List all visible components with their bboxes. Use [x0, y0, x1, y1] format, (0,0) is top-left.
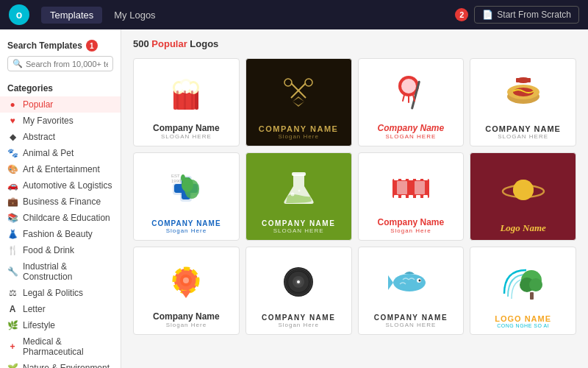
- cat-label-nature: Nature & Environment: [23, 363, 110, 368]
- cat-label-lifestyle: Lifestyle: [23, 320, 55, 330]
- logo-card-7[interactable]: Company Name Slogan Here: [358, 152, 465, 241]
- svg-rect-50: [409, 195, 413, 200]
- logo-slogan-6: SLOGAN HERE: [262, 227, 335, 234]
- childcare-icon: 📚: [7, 213, 18, 223]
- svg-rect-43: [394, 175, 398, 180]
- cat-label-abstract: Abstract: [23, 132, 55, 142]
- logo-card-5[interactable]: EST 1990 COMPANY NA: [133, 152, 240, 241]
- scratch-doc-icon: 📄: [482, 10, 493, 20]
- logo-card-1[interactable]: Company Name SLOGAN HERE: [133, 58, 240, 146]
- svg-rect-52: [423, 195, 428, 200]
- fish-svg: [388, 263, 434, 302]
- logo-card-6[interactable]: COMPANY NAME SLOGAN HERE: [245, 152, 352, 241]
- logo-text-12: LOGO NAME CONG NGHE SO AI: [495, 314, 551, 328]
- svg-rect-51: [416, 195, 420, 200]
- svg-rect-53: [397, 181, 407, 194]
- mop-svg: [392, 73, 429, 113]
- logo-name-7: Company Name: [378, 217, 445, 227]
- sidebar-item-business[interactable]: 💼 Business & Finance: [0, 194, 121, 210]
- logo-visual-10: [251, 255, 347, 311]
- search-area: Search Templates 1 🔍: [0, 37, 121, 77]
- sidebar-item-popular[interactable]: ● Popular: [0, 96, 121, 113]
- sidebar-item-nature[interactable]: 🌱 Nature & Environment: [0, 360, 121, 368]
- svg-point-8: [190, 83, 197, 92]
- medical-svg: EST 1990: [164, 169, 208, 209]
- sidebar-item-industrial[interactable]: 🔧 Industrial & Construction: [0, 258, 121, 285]
- cat-label-food: Food & Drink: [23, 245, 74, 255]
- favorites-icon: ♥: [7, 116, 18, 126]
- logo-slogan-10: Slogan Here: [262, 322, 335, 328]
- logo-card-3[interactable]: Company Name SLOGAN HERE: [358, 58, 465, 146]
- svg-point-61: [183, 277, 189, 283]
- logo-name-1: Company Name: [153, 123, 220, 133]
- lifestyle-icon: 🌿: [7, 320, 18, 330]
- logo-card-10[interactable]: COMPANY NAME Slogan Here: [245, 247, 352, 335]
- svg-point-57: [513, 180, 534, 200]
- svg-rect-49: [401, 195, 406, 200]
- svg-point-6: [175, 83, 182, 92]
- sidebar-item-legal[interactable]: ⚖ Legal & Politics: [0, 285, 121, 301]
- logo-text-2: COMPANY NAME Slogan Here: [259, 124, 339, 140]
- logo-card-2[interactable]: COMPANY NAME Slogan Here: [245, 58, 352, 146]
- logo-card-11[interactable]: COMPANY NAME SLOGAN HERE: [358, 247, 465, 335]
- svg-text:1990: 1990: [171, 179, 182, 183]
- popcorn-svg: [168, 73, 204, 113]
- search-input[interactable]: [26, 60, 108, 68]
- sidebar-item-fashion[interactable]: 👗 Fashion & Beauty: [0, 226, 121, 242]
- business-icon: 💼: [7, 197, 18, 207]
- sidebar-item-childcare[interactable]: 📚 Childcare & Education: [0, 210, 121, 226]
- svg-text:EST: EST: [171, 174, 180, 178]
- main-nav: Templates My Logos: [41, 7, 165, 24]
- logo-visual-4: [475, 66, 571, 121]
- logo-text-9: Company Name Slogan Here: [153, 311, 220, 328]
- sidebar-item-art[interactable]: 🎨 Art & Entertainment: [0, 161, 121, 177]
- content-header: 500 Popular Logos: [133, 38, 576, 49]
- search-input-wrap[interactable]: 🔍: [7, 56, 113, 71]
- nav-templates[interactable]: Templates: [41, 7, 102, 24]
- cat-label-fashion: Fashion & Beauty: [23, 229, 93, 239]
- svg-rect-46: [416, 175, 420, 180]
- svg-point-7: [182, 81, 190, 91]
- sidebar-item-my-favorites[interactable]: ♥ My Favorites: [0, 113, 121, 129]
- scissors-svg: [276, 76, 320, 113]
- hotdog-svg: [501, 76, 545, 113]
- svg-point-41: [298, 189, 300, 191]
- cat-label-childcare: Childcare & Education: [23, 213, 110, 223]
- medical-icon: +: [7, 342, 18, 352]
- svg-rect-48: [394, 195, 398, 200]
- sidebar-item-animal-pet[interactable]: 🐾 Animal & Pet: [0, 145, 121, 161]
- logo-card-9[interactable]: Company Name Slogan Here: [133, 247, 240, 335]
- nav-my-logos[interactable]: My Logos: [105, 7, 164, 24]
- logo-card-8[interactable]: Logo Name: [470, 152, 576, 241]
- food-icon: 🍴: [7, 245, 18, 255]
- candy-svg: [165, 263, 207, 301]
- cat-label-favorites: My Favorites: [23, 116, 74, 126]
- svg-marker-17: [293, 96, 304, 102]
- logo-slogan-4: SLOGAN HERE: [485, 133, 561, 140]
- sidebar-item-abstract[interactable]: ◆ Abstract: [0, 129, 121, 145]
- logo-slogan-9: Slogan Here: [153, 322, 220, 328]
- sidebar-item-medical[interactable]: + Medical & Pharmaceutical: [0, 333, 121, 360]
- cat-label-animal: Animal & Pet: [23, 148, 74, 158]
- logo-text-5: COMPANY NAME Slogan Here: [151, 219, 220, 234]
- logo-visual-1: [138, 66, 234, 120]
- sidebar-item-letter[interactable]: A Letter: [0, 301, 121, 317]
- logo-card-4[interactable]: COMPANY NAME SLOGAN HERE: [470, 58, 576, 146]
- sidebar-item-auto[interactable]: 🚗 Automotive & Logistics: [0, 177, 121, 194]
- sidebar-item-lifestyle[interactable]: 🌿 Lifestyle: [0, 317, 121, 333]
- cat-label-auto: Automotive & Logistics: [23, 180, 112, 191]
- svg-rect-9: [176, 91, 179, 110]
- logo-card-12[interactable]: LOGO NAME CONG NGHE SO AI: [470, 247, 576, 335]
- cat-label-art: Art & Entertainment: [23, 164, 100, 174]
- sidebar-item-food[interactable]: 🍴 Food & Drink: [0, 242, 121, 258]
- cat-label-medical: Medical & Pharmaceutical: [23, 336, 113, 357]
- svg-point-67: [297, 280, 300, 283]
- app-header: o Templates My Logos 2 📄 Start From Scra…: [0, 0, 588, 29]
- start-from-scratch-button[interactable]: 📄 Start From Scratch: [474, 6, 579, 24]
- logo-visual-8: [475, 160, 571, 219]
- cat-label-popular: Popular: [23, 99, 53, 110]
- svg-rect-39: [292, 172, 306, 176]
- svg-point-19: [401, 79, 416, 93]
- flask-svg: [279, 169, 319, 209]
- svg-point-38: [181, 174, 185, 182]
